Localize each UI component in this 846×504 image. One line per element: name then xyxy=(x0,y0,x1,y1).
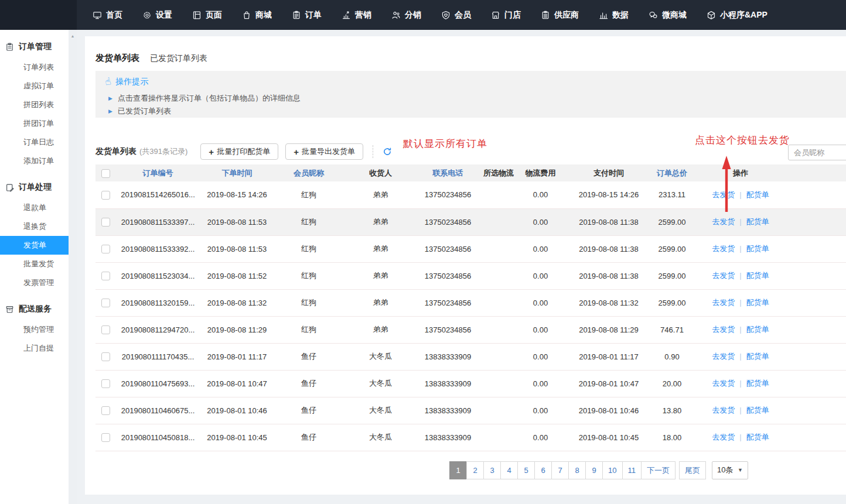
cell: 2019080110475693... xyxy=(115,370,200,397)
ship-link[interactable]: 去发货 xyxy=(712,433,735,441)
picking-slip-link[interactable]: 配货单 xyxy=(746,298,769,307)
picking-slip-link[interactable]: 配货单 xyxy=(746,352,769,361)
sidebar-item[interactable]: 订单列表 xyxy=(0,58,69,77)
sidebar-item[interactable]: 发票管理 xyxy=(0,273,69,292)
row-checkbox[interactable] xyxy=(101,406,110,415)
sidebar-item[interactable]: 订单日志 xyxy=(0,133,69,152)
last-page-button[interactable]: 尾页 xyxy=(679,461,706,479)
row-checkbox-cell xyxy=(95,316,115,343)
ship-link[interactable]: 去发货 xyxy=(712,352,735,361)
sidebar-item[interactable]: 拼团订单 xyxy=(0,114,69,133)
action-separator: | xyxy=(739,298,741,307)
sidebar-item[interactable]: 上门自提 xyxy=(0,339,69,358)
ship-link[interactable]: 去发货 xyxy=(712,244,735,253)
nav-item-members[interactable]: 会员 xyxy=(431,0,481,30)
home-icon xyxy=(93,11,102,20)
refresh-icon[interactable] xyxy=(383,147,392,156)
page-size-select[interactable]: 10条▼ xyxy=(712,461,748,479)
ship-link[interactable]: 去发货 xyxy=(712,298,735,307)
nav-item-suppliers[interactable]: 供应商 xyxy=(531,0,589,30)
nav-item-pages[interactable]: 页面 xyxy=(182,0,232,30)
nav-item-home[interactable]: 首页 xyxy=(83,0,132,30)
ship-link[interactable]: 去发货 xyxy=(712,271,735,280)
column-header[interactable]: 会员昵称 xyxy=(274,164,344,181)
search-input[interactable] xyxy=(788,145,846,160)
row-checkbox[interactable] xyxy=(101,325,110,334)
next-page-button[interactable]: 下一页 xyxy=(641,461,676,479)
header-filler-cell xyxy=(792,164,846,181)
picking-slip-link[interactable]: 配货单 xyxy=(746,325,769,334)
picking-slip-link[interactable]: 配货单 xyxy=(746,379,769,388)
row-checkbox[interactable] xyxy=(101,245,110,253)
row-checkbox-cell xyxy=(95,262,115,289)
ship-link[interactable]: 去发货 xyxy=(712,190,735,199)
sidebar-item[interactable]: 退款单 xyxy=(0,198,69,217)
column-header[interactable]: 下单时间 xyxy=(200,164,274,181)
nav-item-settings[interactable]: 设置 xyxy=(132,0,182,30)
nav-item-marketing[interactable]: 营销 xyxy=(332,0,381,30)
sidebar-item[interactable]: 虚拟订单 xyxy=(0,77,69,95)
cell: 弟弟 xyxy=(344,289,417,316)
page-button[interactable]: 4 xyxy=(500,461,518,479)
nav-item-stores[interactable]: 门店 xyxy=(481,0,531,30)
tab-shipped-orders[interactable]: 已发货订单列表 xyxy=(150,53,207,64)
ship-link[interactable]: 去发货 xyxy=(712,406,735,414)
sidebar-item[interactable]: 退换货 xyxy=(0,217,69,236)
sidebar-item[interactable]: 拼团列表 xyxy=(0,95,69,114)
page-button[interactable]: 9 xyxy=(585,461,603,479)
sidebar-item[interactable]: 发货单 xyxy=(0,236,69,255)
row-checkbox[interactable] xyxy=(101,218,110,227)
picking-slip-link[interactable]: 配货单 xyxy=(746,406,769,414)
page-button[interactable]: 11 xyxy=(622,461,642,479)
sidebar-scrollbar[interactable]: ▲ xyxy=(69,30,77,504)
ship-link[interactable]: 去发货 xyxy=(712,379,735,388)
row-checkbox[interactable] xyxy=(101,352,110,361)
cell: 2019080110460675... xyxy=(115,397,200,424)
nav-item-data[interactable]: 数据 xyxy=(589,0,639,30)
nav-item-distribution[interactable]: 分销 xyxy=(381,0,431,30)
tab-shipping-list[interactable]: 发货单列表 xyxy=(95,53,139,64)
orders-table: 订单编号下单时间会员昵称收货人联系电话所选物流物流费用支付时间订单总价操作 20… xyxy=(95,164,846,451)
page-button[interactable]: 10 xyxy=(602,461,622,479)
nav-item-wemall[interactable]: 微商城 xyxy=(639,0,697,30)
sidebar-item[interactable]: 预约管理 xyxy=(0,320,69,339)
row-checkbox[interactable] xyxy=(101,191,110,200)
column-header[interactable]: 联系电话 xyxy=(417,164,479,181)
picking-slip-link[interactable]: 配货单 xyxy=(746,271,769,280)
picking-slip-link[interactable]: 配货单 xyxy=(746,190,769,199)
sidebar-item[interactable]: 批量发货 xyxy=(0,255,69,273)
row-checkbox[interactable] xyxy=(101,272,110,280)
column-header[interactable]: 订单编号 xyxy=(115,164,200,181)
sidebar-item[interactable]: 添加订单 xyxy=(0,152,69,170)
page-button[interactable]: 7 xyxy=(551,461,569,479)
scroll-up-icon[interactable]: ▲ xyxy=(71,34,75,38)
batch-export-button[interactable]: + 批量导出发货单 xyxy=(285,143,363,160)
page-button[interactable]: 8 xyxy=(568,461,586,479)
picking-slip-link[interactable]: 配货单 xyxy=(746,433,769,441)
column-header[interactable]: 订单总价 xyxy=(655,164,689,181)
cell: 0.00 xyxy=(518,424,562,451)
page-button[interactable]: 2 xyxy=(466,461,484,479)
page-button[interactable]: 1 xyxy=(449,461,467,479)
ship-link[interactable]: 去发货 xyxy=(712,217,735,226)
table-row: 2019080811523034...2019-08-08 11:52红狗弟弟1… xyxy=(95,262,846,289)
plus-icon: + xyxy=(209,148,214,156)
cell xyxy=(479,289,518,316)
row-checkbox[interactable] xyxy=(101,299,110,307)
row-checkbox-cell xyxy=(95,424,115,451)
select-all-checkbox[interactable] xyxy=(101,169,110,178)
ship-link[interactable]: 去发货 xyxy=(712,325,735,334)
nav-item-mall[interactable]: 商城 xyxy=(232,0,282,30)
page-button[interactable]: 6 xyxy=(534,461,552,479)
row-checkbox[interactable] xyxy=(101,379,110,388)
page-button[interactable]: 3 xyxy=(483,461,501,479)
action-separator: | xyxy=(739,433,741,441)
picking-slip-link[interactable]: 配货单 xyxy=(746,244,769,253)
batch-print-button[interactable]: + 批量打印配货单 xyxy=(200,143,278,160)
bullet-icon: ▶ xyxy=(108,95,112,101)
nav-item-miniapp[interactable]: 小程序&APP xyxy=(697,0,777,30)
row-checkbox[interactable] xyxy=(101,433,110,442)
picking-slip-link[interactable]: 配货单 xyxy=(746,217,769,226)
page-button[interactable]: 5 xyxy=(517,461,535,479)
nav-item-orders[interactable]: 订单 xyxy=(282,0,332,30)
